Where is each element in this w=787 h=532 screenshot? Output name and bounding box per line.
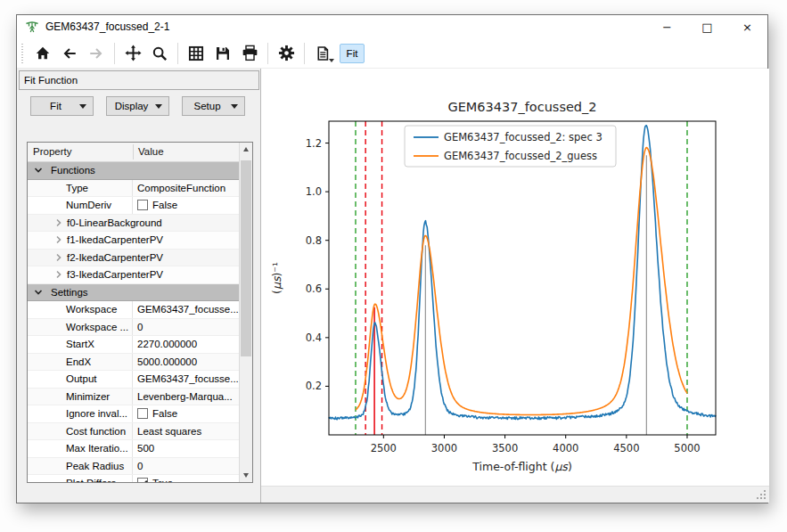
figure-options-button[interactable] [274, 42, 299, 65]
toolbar-separator [177, 43, 178, 64]
prop-row-type[interactable]: TypeCompositeFunction [28, 180, 239, 198]
script-menu-arrow-icon [329, 59, 334, 62]
home-button[interactable] [30, 42, 55, 65]
y-tick-label: 1.0 [306, 185, 322, 198]
dropdown-arrow-icon [231, 104, 238, 109]
x-tick-label: 2500 [371, 442, 397, 454]
table-rows: FunctionsTypeCompositeFunctionNumDerivFa… [28, 162, 239, 482]
prop-row-peak-radius[interactable]: Peak Radius0 [28, 458, 239, 476]
prop-row-max-iteratio[interactable]: Max Iteratio...500 [28, 440, 239, 458]
dropdown-arrow-icon [155, 104, 162, 109]
mantid-app-icon [25, 20, 39, 34]
group-row-f2-ikedacarpenterpv[interactable]: f2-IkedaCarpenterPV [28, 250, 239, 267]
plot-title: GEM63437_focussed_2 [447, 100, 596, 114]
group-row-f1-ikedacarpenterpv[interactable]: f1-IkedaCarpenterPV [28, 232, 239, 250]
settings-gear-icon [278, 45, 295, 61]
chevron-right-icon [54, 270, 63, 279]
home-icon [35, 45, 51, 61]
series-curve-0 [329, 126, 716, 420]
scrollbar-thumb[interactable] [241, 160, 251, 356]
checkbox-plot-differe[interactable] [137, 478, 148, 482]
column-header-property[interactable]: Property [33, 146, 71, 157]
section-row-settings[interactable]: Settings [28, 284, 239, 302]
window-content: Fit Function Fit Display Setup Property … [17, 69, 767, 503]
y-tick-label: 0.8 [306, 234, 322, 247]
pan-icon [125, 45, 142, 61]
prop-row-startx[interactable]: StartX2270.000000 [28, 336, 239, 354]
chevron-down-icon [34, 288, 43, 297]
legend-label-1: GEM63437_focussed_2_guess [444, 150, 597, 162]
back-button[interactable] [57, 42, 82, 65]
minimize-button[interactable]: − [647, 15, 687, 38]
close-button[interactable]: × [727, 15, 767, 38]
titlebar[interactable]: GEM63437_focussed_2-1 − □ × [17, 15, 767, 38]
prop-row-minimizer[interactable]: MinimizerLevenberg-Marqua... [28, 389, 239, 406]
fit-toggle-button[interactable]: Fit [340, 44, 365, 63]
toolbar-drag-handle[interactable] [20, 44, 24, 63]
statusbar [261, 486, 769, 503]
x-tick-label: 3500 [492, 442, 518, 454]
column-header-value[interactable]: Value [138, 146, 164, 157]
group-row-f0-linearbackground[interactable]: f0-LinearBackground [28, 215, 239, 233]
setup-menu-label: Setup [193, 101, 220, 111]
fit-menu-button[interactable]: Fit [30, 96, 94, 116]
x-tick-label: 4000 [553, 442, 578, 454]
chevron-down-icon [34, 166, 43, 175]
fit-menu-label: Fit [50, 101, 61, 111]
prop-row-endx[interactable]: EndX5000.000000 [28, 354, 239, 372]
y-tick-label: 1.2 [306, 137, 322, 150]
legend-label-0: GEM63437_focussed_2: spec 3 [444, 131, 603, 143]
prop-row-workspace[interactable]: WorkspaceGEM63437_focusse... [28, 301, 239, 319]
chevron-right-icon [54, 235, 63, 244]
y-tick-label: 0.6 [306, 282, 322, 295]
subplots-grid-icon [188, 45, 204, 61]
table-scrollbar[interactable] [239, 143, 252, 482]
dropdown-arrow-icon [79, 104, 86, 109]
section-row-functions[interactable]: Functions [28, 162, 239, 180]
prop-row-plot-differe[interactable]: Plot Differe...True [28, 475, 239, 482]
pan-button[interactable] [120, 42, 145, 65]
magnifier-icon [152, 45, 168, 61]
prop-row-cost-function[interactable]: Cost functionLeast squares [28, 423, 239, 441]
fit-tool-window: GEM63437_focussed_2-1 − □ × [16, 14, 768, 503]
printer-icon [242, 45, 258, 61]
prop-row-numderiv[interactable]: NumDerivFalse [28, 197, 239, 215]
window-title: GEM63437_focussed_2-1 [45, 20, 647, 33]
plot-canvas[interactable]: 2500300035004000450050000.20.40.60.81.01… [261, 69, 769, 487]
group-row-f3-ikedacarpenterpv[interactable]: f3-IkedaCarpenterPV [28, 266, 239, 284]
resize-grip[interactable] [757, 490, 767, 500]
plot-toolbar: Fit [17, 38, 767, 69]
chevron-right-icon [54, 218, 63, 227]
save-button[interactable] [210, 42, 235, 65]
checkbox-numderiv[interactable] [137, 200, 148, 210]
scroll-down-arrow-icon[interactable] [240, 469, 252, 482]
maximize-button[interactable]: □ [687, 15, 727, 38]
prop-row-output[interactable]: OutputGEM63437_focusse... [28, 371, 239, 389]
checkbox-ignore-inval[interactable] [137, 408, 148, 419]
display-menu-button[interactable]: Display [106, 96, 169, 116]
zoom-button[interactable] [147, 42, 172, 65]
table-header: Property Value [28, 143, 239, 162]
subplots-button[interactable] [184, 42, 209, 65]
y-tick-label: 0.4 [306, 331, 322, 344]
y-axis-label: (μs)⁻¹ [270, 262, 283, 294]
column-divider[interactable] [133, 144, 134, 160]
plot-pane: 2500300035004000450050000.20.40.60.81.01… [261, 69, 769, 503]
print-button[interactable] [237, 42, 262, 65]
axes-frame [329, 121, 716, 435]
generate-script-button[interactable] [310, 42, 335, 65]
forward-button [84, 42, 109, 65]
dock-title[interactable]: Fit Function [19, 70, 259, 90]
display-menu-label: Display [115, 101, 149, 111]
x-tick-label: 4500 [613, 442, 639, 454]
fit-function-dock: Fit Function Fit Display Setup Property … [17, 69, 260, 503]
setup-menu-button[interactable]: Setup [182, 96, 245, 116]
prop-row-ignore-inval[interactable]: Ignore inval...False [28, 405, 239, 423]
series-curve-1 [356, 148, 687, 415]
save-floppy-icon [215, 45, 231, 61]
prop-row-workspace[interactable]: Workspace ...0 [28, 319, 239, 337]
chevron-right-icon [54, 253, 63, 262]
property-table: Property Value FunctionsTypeCompositeFun… [27, 142, 253, 483]
scroll-up-arrow-icon[interactable] [240, 143, 252, 156]
forward-arrow-icon [88, 45, 104, 61]
